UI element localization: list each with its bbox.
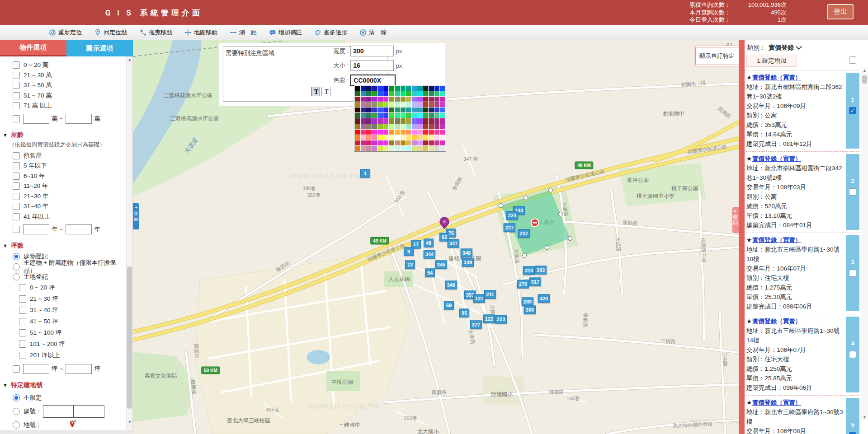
- map-marker-306[interactable]: 306: [524, 306, 536, 314]
- panel-collapse-tab[interactable]: ►收回: [732, 207, 739, 233]
- scroll-up-icon[interactable]: ▲: [861, 68, 868, 73]
- palette-color-swatch[interactable]: [366, 146, 372, 151]
- palette-color-swatch[interactable]: [417, 102, 423, 107]
- palette-color-swatch[interactable]: [383, 107, 389, 112]
- collapse-triangle-icon[interactable]: ▼: [3, 383, 8, 388]
- palette-color-swatch[interactable]: [440, 91, 445, 96]
- palette-color-swatch[interactable]: [389, 91, 394, 96]
- palette-color-swatch[interactable]: [417, 118, 423, 123]
- palette-color-swatch[interactable]: [372, 130, 377, 135]
- radio-landno[interactable]: [13, 421, 20, 429]
- palette-color-swatch[interactable]: [429, 102, 434, 107]
- palette-color-swatch[interactable]: [361, 102, 366, 107]
- map-marker-393[interactable]: 393: [535, 266, 547, 275]
- checkbox-area-custom[interactable]: [13, 365, 20, 373]
- palette-color-swatch[interactable]: [412, 102, 417, 107]
- palette-color-swatch[interactable]: [440, 113, 445, 118]
- map-marker-1[interactable]: 1: [360, 169, 370, 178]
- toolbar-relocate[interactable]: 重新定位: [49, 28, 82, 37]
- map-marker-48[interactable]: 48: [424, 239, 434, 247]
- palette-color-swatch[interactable]: [395, 118, 400, 123]
- palette-color-swatch[interactable]: [412, 118, 417, 123]
- palette-color-swatch[interactable]: [389, 124, 394, 129]
- palette-color-swatch[interactable]: [355, 86, 360, 91]
- palette-color-swatch[interactable]: [355, 146, 360, 151]
- palette-color-swatch[interactable]: [429, 146, 434, 151]
- palette-color-swatch[interactable]: [417, 86, 423, 91]
- checkbox-price[interactable]: [13, 82, 20, 89]
- checkbox-price-custom[interactable]: [13, 115, 20, 122]
- palette-color-swatch[interactable]: [412, 140, 417, 145]
- palette-color-swatch[interactable]: [383, 118, 389, 123]
- palette-color-swatch[interactable]: [395, 130, 400, 135]
- palette-color-swatch[interactable]: [440, 86, 445, 91]
- palette-color-swatch[interactable]: [389, 102, 394, 107]
- palette-color-swatch[interactable]: [412, 130, 417, 135]
- listing-link[interactable]: 實價登錄（買賣）: [752, 155, 801, 162]
- palette-color-swatch[interactable]: [383, 135, 389, 140]
- palette-color-swatch[interactable]: [361, 113, 366, 118]
- checkbox-area[interactable]: [19, 341, 26, 348]
- checkbox-area[interactable]: [19, 318, 26, 325]
- palette-color-swatch[interactable]: [366, 107, 372, 112]
- palette-color-swatch[interactable]: [440, 140, 445, 145]
- listing-checkbox[interactable]: ✓: [849, 432, 856, 434]
- tab-icon-options[interactable]: 圖示選項: [66, 40, 133, 56]
- checkbox-age[interactable]: [13, 203, 20, 210]
- add-pin-icon[interactable]: [69, 420, 77, 429]
- palette-color-swatch[interactable]: [355, 91, 360, 96]
- palette-color-swatch[interactable]: [429, 130, 434, 135]
- palette-color-swatch[interactable]: [377, 91, 383, 96]
- palette-color-swatch[interactable]: [429, 97, 434, 102]
- palette-color-swatch[interactable]: [434, 102, 440, 107]
- palette-color-swatch[interactable]: [361, 86, 366, 91]
- palette-color-swatch[interactable]: [434, 91, 440, 96]
- palette-color-swatch[interactable]: [361, 97, 366, 102]
- palette-color-swatch[interactable]: [361, 91, 366, 96]
- palette-color-swatch[interactable]: [361, 130, 366, 135]
- palette-color-swatch[interactable]: [417, 107, 423, 112]
- palette-color-swatch[interactable]: [377, 86, 383, 91]
- palette-color-swatch[interactable]: [389, 130, 394, 135]
- palette-color-swatch[interactable]: [389, 146, 394, 151]
- placed-pin-icon[interactable]: [440, 217, 449, 229]
- palette-color-swatch[interactable]: [383, 102, 389, 107]
- palette-color-swatch[interactable]: [434, 97, 440, 102]
- palette-color-swatch[interactable]: [401, 140, 406, 145]
- palette-color-swatch[interactable]: [372, 124, 377, 129]
- palette-color-swatch[interactable]: [401, 107, 406, 112]
- palette-color-swatch[interactable]: [401, 97, 406, 102]
- listing-link[interactable]: 實價登錄（買賣）: [752, 74, 801, 81]
- toolbar-measure[interactable]: 測 距: [230, 28, 257, 37]
- palette-color-swatch[interactable]: [377, 146, 383, 151]
- panel-scrollbar[interactable]: ▲ ▼: [861, 67, 868, 420]
- palette-color-swatch[interactable]: [429, 140, 434, 145]
- palette-color-swatch[interactable]: [361, 118, 366, 123]
- palette-color-swatch[interactable]: [434, 86, 440, 91]
- italic-button[interactable]: T: [321, 87, 330, 96]
- radio-area[interactable]: [13, 253, 20, 260]
- palette-color-swatch[interactable]: [389, 135, 394, 140]
- palette-color-swatch[interactable]: [389, 97, 394, 102]
- palette-color-swatch[interactable]: [417, 113, 423, 118]
- palette-color-swatch[interactable]: [423, 102, 429, 107]
- polygon-handle[interactable]: [568, 237, 572, 241]
- palette-color-swatch[interactable]: [434, 118, 440, 123]
- map-marker-9[interactable]: 9: [404, 247, 414, 256]
- palette-color-swatch[interactable]: [434, 107, 440, 112]
- map-marker-13[interactable]: 13: [405, 261, 415, 269]
- palette-color-swatch[interactable]: [383, 146, 389, 151]
- palette-color-swatch[interactable]: [355, 130, 360, 135]
- map-marker-347[interactable]: 347: [448, 239, 459, 248]
- palette-color-swatch[interactable]: [412, 124, 417, 129]
- width-input[interactable]: [350, 46, 394, 56]
- range-min-input[interactable]: [23, 364, 49, 374]
- polygon-handle[interactable]: [499, 204, 503, 208]
- palette-color-swatch[interactable]: [406, 113, 411, 118]
- palette-color-swatch[interactable]: [355, 140, 360, 145]
- palette-color-swatch[interactable]: [377, 107, 383, 112]
- palette-color-swatch[interactable]: [434, 146, 440, 151]
- palette-color-swatch[interactable]: [401, 124, 406, 129]
- checkbox-price[interactable]: [13, 72, 20, 79]
- palette-color-swatch[interactable]: [401, 146, 406, 151]
